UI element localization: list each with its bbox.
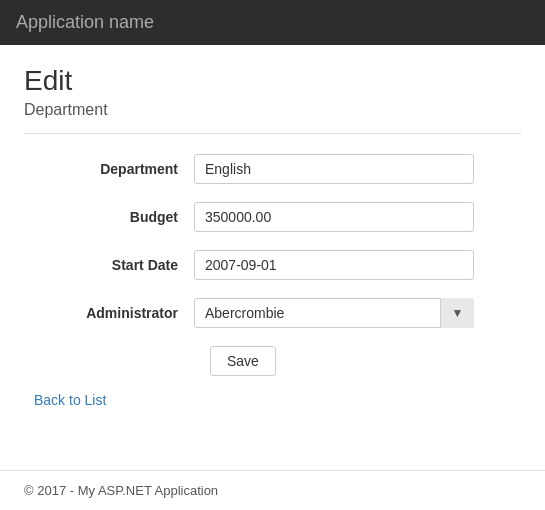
footer-text: © 2017 - My ASP.NET Application: [24, 483, 218, 498]
page-subtitle: Department: [24, 101, 521, 119]
save-button[interactable]: Save: [210, 346, 276, 376]
start-date-label: Start Date: [34, 257, 194, 273]
start-date-group: Start Date: [34, 250, 511, 280]
administrator-select-wrapper: Abercrombie Fakhouri Harui Hu Justice No…: [194, 298, 474, 328]
form-buttons: Save: [210, 346, 511, 376]
back-to-list-link[interactable]: Back to List: [34, 392, 106, 408]
budget-label: Budget: [34, 209, 194, 225]
page-title: Edit: [24, 65, 521, 97]
app-brand: Application name: [16, 12, 154, 32]
edit-form: Department Budget Start Date Administrat…: [24, 154, 521, 376]
budget-group: Budget: [34, 202, 511, 232]
administrator-label: Administrator: [34, 305, 194, 321]
department-label: Department: [34, 161, 194, 177]
administrator-group: Administrator Abercrombie Fakhouri Harui…: [34, 298, 511, 328]
navbar: Application name: [0, 0, 545, 45]
department-input[interactable]: [194, 154, 474, 184]
budget-input[interactable]: [194, 202, 474, 232]
start-date-input[interactable]: [194, 250, 474, 280]
footer: © 2017 - My ASP.NET Application: [0, 470, 545, 510]
administrator-select[interactable]: Abercrombie Fakhouri Harui Hu Justice No…: [194, 298, 474, 328]
section-divider: [24, 133, 521, 134]
main-content: Edit Department Department Budget Start …: [0, 45, 545, 428]
back-link-section: Back to List: [24, 392, 521, 408]
department-group: Department: [34, 154, 511, 184]
